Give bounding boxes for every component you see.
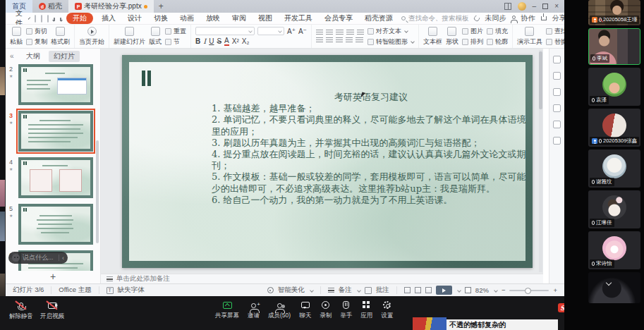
- tab-slideshow[interactable]: 放映: [202, 13, 224, 24]
- slide-paper[interactable]: 考研英语复习建议 1. 基础越差，越早准备； 2. 单词记忆，不要只看词典里的释…: [129, 62, 525, 261]
- play-from-current-button[interactable]: 当页开始: [79, 27, 104, 47]
- zoom-out-button[interactable]: −: [502, 286, 506, 294]
- section-button[interactable]: 节: [165, 37, 186, 47]
- reset-button[interactable]: 重置: [165, 27, 186, 36]
- line-spacing-icon[interactable]: [357, 30, 364, 36]
- zoom-slider[interactable]: [509, 290, 549, 291]
- tab-member[interactable]: 会员专享: [321, 13, 356, 24]
- participant-tile[interactable]: 谢雅玟: [588, 149, 640, 188]
- smart-graphic-button[interactable]: 转智能图形: [367, 37, 414, 47]
- tab-insert[interactable]: 插入: [98, 13, 119, 24]
- format-painter-button[interactable]: 格式刷: [51, 27, 70, 47]
- align-left-icon[interactable]: [316, 37, 323, 44]
- slideshow-play-button[interactable]: [436, 286, 452, 295]
- missing-font-label[interactable]: 缺失字体: [118, 286, 145, 295]
- tab-start[interactable]: 开始: [66, 13, 93, 24]
- sorter-view-icon[interactable]: [415, 287, 421, 293]
- outline-button[interactable]: 轮廓: [487, 37, 508, 47]
- canvas-scrollbar[interactable]: [539, 50, 542, 272]
- participant-tile[interactable]: 20205309张鑫: [588, 109, 640, 147]
- font-color-button[interactable]: A: [224, 37, 229, 46]
- sync-status[interactable]: 未同步: [485, 13, 506, 23]
- tab-docer-res[interactable]: 稻壳资源: [361, 13, 396, 24]
- numbered-list-icon[interactable]: [326, 30, 333, 36]
- copy-button[interactable]: 复制: [26, 37, 47, 47]
- start-video-button[interactable]: 开启视频: [37, 300, 68, 321]
- share-screen-button[interactable]: 共享屏幕: [215, 300, 239, 320]
- presentation-tools-button[interactable]: 演示工具: [517, 27, 542, 47]
- tab-animation[interactable]: 动画: [176, 13, 198, 24]
- chat-button[interactable]: 聊天: [299, 300, 311, 320]
- danmaku-chat-overlay[interactable]: 说点什么... ‹: [8, 252, 68, 264]
- participant-tile-active-speaker[interactable]: 李斌: [588, 28, 640, 65]
- increase-font-button[interactable]: A⁺: [287, 28, 296, 35]
- font-family-select[interactable]: [195, 27, 255, 35]
- restore-button[interactable]: [542, 4, 548, 9]
- minimize-button[interactable]: –: [533, 3, 537, 10]
- participant-tile[interactable]: 袁泽: [588, 68, 640, 106]
- underline-button[interactable]: U: [209, 37, 214, 45]
- tab-review[interactable]: 审阅: [229, 13, 250, 24]
- collapse-chat-icon[interactable]: ‹: [62, 255, 64, 262]
- align-center-icon[interactable]: [326, 37, 333, 44]
- emoji-icon[interactable]: [12, 254, 20, 262]
- comment-toggle[interactable]: 批注: [376, 286, 389, 295]
- decrease-font-button[interactable]: A⁻: [298, 28, 307, 35]
- normal-view-icon[interactable]: [404, 287, 411, 293]
- new-slide-button[interactable]: 新建幻灯片: [114, 27, 145, 47]
- undo-icon[interactable]: [54, 18, 55, 21]
- reading-view-icon[interactable]: [425, 287, 432, 293]
- settings-button[interactable]: 设置: [381, 300, 393, 320]
- slide-thumbnail-5[interactable]: 5★: [6, 204, 100, 245]
- fill-button[interactable]: 填充: [487, 27, 508, 36]
- layout-button[interactable]: 版式: [149, 27, 162, 47]
- collaborate-button[interactable]: 协作: [521, 13, 535, 23]
- justify-icon[interactable]: [346, 37, 353, 44]
- find-button[interactable]: 查找: [546, 27, 564, 36]
- close-button[interactable]: ×: [554, 3, 559, 10]
- font-size-select[interactable]: [257, 27, 284, 35]
- paste-button[interactable]: 粘贴: [10, 27, 23, 47]
- bullet-list-icon[interactable]: [316, 30, 323, 36]
- participant-tile[interactable]: 20205058王瑾: [588, 0, 640, 25]
- raise-hand-button[interactable]: 举手: [340, 300, 352, 320]
- replace-button[interactable]: 替换: [546, 37, 564, 47]
- account-avatar[interactable]: [518, 2, 526, 11]
- columns-icon[interactable]: [356, 37, 363, 44]
- strikethrough-button[interactable]: S: [217, 37, 221, 45]
- notes-toggle[interactable]: 备注: [339, 286, 352, 295]
- arrange-button[interactable]: 排列: [462, 37, 483, 47]
- unmute-button[interactable]: 解除静音: [6, 300, 37, 321]
- superscript-button[interactable]: X²: [232, 37, 239, 45]
- tab-view[interactable]: 视图: [255, 13, 276, 24]
- textbox-button[interactable]: 文本框: [423, 27, 442, 47]
- selection-pane-icon[interactable]: [553, 121, 561, 128]
- bold-button[interactable]: B: [195, 37, 200, 45]
- subscript-button[interactable]: X₂: [242, 37, 250, 45]
- new-tab-button[interactable]: +: [154, 0, 169, 13]
- increase-indent-icon[interactable]: [346, 30, 354, 36]
- record-button[interactable]: 录制: [320, 300, 332, 320]
- align-right-icon[interactable]: [336, 37, 343, 44]
- comments-pane-icon[interactable]: [553, 104, 561, 112]
- help-pane-icon[interactable]: [553, 137, 561, 145]
- apps-button[interactable]: 应用: [360, 300, 372, 320]
- slide-thumbnail-4[interactable]: 4★: [6, 157, 100, 198]
- participant-tile[interactable]: 宋诗怡: [588, 231, 640, 269]
- slide-thumbnail-2[interactable]: 2★: [6, 64, 100, 105]
- participant-tile[interactable]: [588, 272, 640, 303]
- cut-button[interactable]: 剪切: [26, 27, 47, 36]
- align-text-button[interactable]: 对齐文本: [367, 27, 414, 36]
- invite-button[interactable]: 邀请: [248, 300, 260, 320]
- tab-docer[interactable]: d稻壳: [32, 0, 68, 13]
- participant-tile[interactable]: 江琳佳: [588, 190, 640, 228]
- fit-window-icon[interactable]: [465, 287, 471, 293]
- zoom-level[interactable]: 82%: [475, 286, 489, 294]
- smart-beautify-button[interactable]: 智能美化: [278, 286, 305, 295]
- workspace-grid-icon[interactable]: [504, 3, 511, 10]
- tab-transition[interactable]: 切换: [150, 13, 171, 24]
- decrease-indent-icon[interactable]: [336, 30, 344, 36]
- tab-outline[interactable]: 大纲: [26, 51, 40, 61]
- animation-pane-icon[interactable]: [553, 72, 561, 80]
- design-pane-icon[interactable]: [553, 88, 561, 96]
